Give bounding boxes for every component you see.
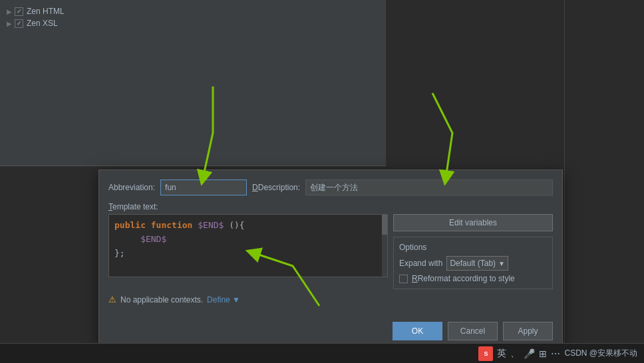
chinese-icon: 英 — [497, 348, 506, 360]
code-line-1: public function $END$ (){ — [114, 219, 382, 233]
define-link[interactable]: Define ▼ — [207, 295, 240, 304]
comma-icon: 、 — [510, 348, 520, 360]
zen-xsl-checkbox[interactable]: ✓ — [15, 19, 23, 28]
apply-button[interactable]: Apply — [503, 322, 553, 340]
code-line-2: $END$ — [114, 233, 382, 247]
vertical-scrollbar[interactable] — [382, 215, 387, 277]
zen-html-label: Zen HTML — [27, 7, 65, 16]
warning-icon: ⚠ — [108, 295, 116, 304]
chevron-down-icon: ▼ — [498, 260, 505, 267]
template-text-label: Template text: — [108, 202, 553, 211]
options-title: Options — [399, 243, 547, 252]
main-content-row: public function $END$ (){ $END$ }; — [108, 214, 553, 289]
csdn-logo-icon: S — [478, 346, 493, 361]
code-line-3: }; — [114, 247, 382, 261]
scrollbar-thumb[interactable] — [382, 215, 387, 235]
expand-arrow: ▶ — [7, 8, 12, 15]
cancel-button[interactable]: Cancel — [448, 322, 498, 340]
tree-item-zen-html[interactable]: ▶ ✓ Zen HTML — [7, 5, 379, 17]
abbreviation-row: Abbreviation: DDescription: — [108, 180, 553, 195]
warning-row: ⚠ No applicable contexts. Define ▼ — [108, 295, 553, 304]
zen-html-checkbox[interactable]: ✓ — [15, 7, 23, 16]
expand-arrow-xsl: ▶ — [7, 20, 12, 27]
right-side-panel — [564, 0, 644, 363]
mic-icon: 🎤 — [524, 348, 535, 359]
csdn-bar: S 英 、 🎤 ⊞ ⋯ CSDN @安果移不动 — [0, 343, 644, 363]
description-input[interactable] — [305, 180, 553, 195]
reformat-checkbox[interactable] — [399, 275, 408, 283]
reformat-label: RReformat according to style — [412, 274, 515, 283]
zen-xsl-label: Zen XSL — [27, 19, 58, 28]
reformat-row: RReformat according to style — [399, 274, 547, 283]
expand-with-row: Expand with Default (Tab) ▼ — [399, 256, 547, 271]
ok-button[interactable]: OK — [393, 322, 442, 340]
csdn-username: CSDN @安果移不动 — [564, 348, 637, 359]
chevron-down-icon-define: ▼ — [232, 295, 240, 304]
options-panel: Edit variables Options Expand with Defau… — [393, 214, 553, 289]
expand-select-value: Default (Tab) — [450, 259, 496, 268]
expand-select[interactable]: Default (Tab) ▼ — [446, 256, 508, 271]
description-label: DDescription: — [252, 183, 300, 192]
code-editor[interactable]: public function $END$ (){ $END$ }; — [108, 214, 388, 277]
grid-icon: ⊞ — [539, 348, 547, 359]
warning-text: No applicable contexts. — [120, 295, 203, 304]
options-section: Options Expand with Default (Tab) ▼ RRef… — [393, 237, 553, 289]
live-template-dialog: Abbreviation: DDescription: Template tex… — [98, 170, 563, 349]
abbreviation-input[interactable] — [160, 180, 247, 195]
expand-label: Expand with — [399, 259, 442, 268]
tree-item-zen-xsl[interactable]: ▶ ✓ Zen XSL — [7, 17, 379, 29]
edit-variables-button[interactable]: Edit variables — [393, 214, 553, 231]
tree-panel: ▶ ✓ Zen HTML ▶ ✓ Zen XSL — [0, 0, 386, 166]
csdn-icon-group: 英 、 🎤 ⊞ ⋯ — [497, 348, 560, 360]
dialog-button-row: OK Cancel Apply — [393, 322, 553, 340]
dots-icon: ⋯ — [551, 348, 560, 359]
abbreviation-label: Abbreviation: — [108, 183, 155, 192]
